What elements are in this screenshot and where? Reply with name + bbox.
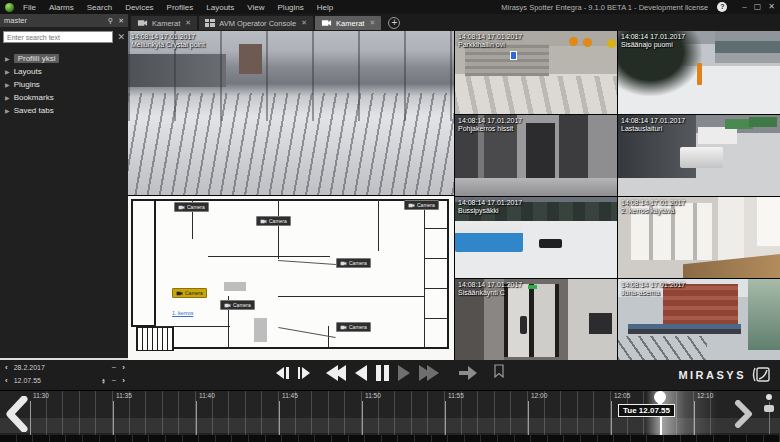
jump-to-live-icon[interactable]: [459, 365, 477, 381]
time-spinner[interactable]: ▲▼: [101, 378, 105, 384]
camera-icon: [321, 19, 332, 27]
camera-timestamp: 14:08:14 17.01.2017: [131, 33, 205, 41]
camera-icon: [340, 261, 347, 266]
timeline-tick-label: 12:00: [531, 392, 547, 399]
date-prev-button[interactable]: ‹: [5, 363, 8, 372]
marker-label: Camera: [233, 302, 251, 308]
tab-label: AVM Operator Console: [219, 19, 296, 28]
pin-icon[interactable]: ⚲: [108, 17, 113, 24]
tab-kamerat-2-active[interactable]: Kamerat ✕: [315, 16, 381, 30]
play-button[interactable]: [398, 365, 410, 381]
fast-forward-button[interactable]: [419, 365, 439, 381]
brand-logo-text: MIRASYS: [678, 369, 746, 381]
tab-close-icon[interactable]: ✕: [301, 19, 307, 27]
timeline-scroll-right-icon[interactable]: [733, 400, 755, 428]
menu-profiles[interactable]: Profiles: [167, 3, 194, 12]
camera-icon: [224, 303, 231, 308]
camera-tile[interactable]: 14:08:14 17.01.2017Sisäänkäynti C: [455, 279, 617, 360]
pause-button[interactable]: [376, 365, 389, 381]
time-minus-button[interactable]: −: [112, 376, 117, 385]
floorplan-camera-marker[interactable]: Camera: [336, 322, 371, 332]
tab-avm-operator-console[interactable]: AVM Operator Console ✕: [199, 16, 313, 30]
time-prev-button[interactable]: ‹: [5, 376, 8, 385]
menu-view[interactable]: View: [247, 3, 264, 12]
maximize-button[interactable]: ▢: [754, 3, 762, 11]
floorplan-tile[interactable]: Camera Camera Camera Camera Camera Camer…: [128, 196, 454, 360]
camera-tile[interactable]: 14:08:14 17.01.2017Pohjakerros hissit: [455, 115, 617, 196]
sidebar-item-saved-tabs[interactable]: ▶ Saved tabs: [0, 104, 128, 117]
menu-plugins[interactable]: Plugins: [278, 3, 304, 12]
chevron-right-icon[interactable]: ▶: [5, 94, 10, 101]
floorplan-camera-marker[interactable]: Camera: [404, 200, 439, 210]
window-title: Mirasys Spotter Entegra - 9.1.0 BETA 1 -…: [501, 3, 708, 12]
timeline[interactable]: 11:30 11:35 11:40 11:45 11:50 11:55 12:0…: [0, 390, 780, 435]
camera-tile[interactable]: 14:08:14 17.01.2017Juna-asema: [618, 279, 780, 360]
chevron-right-icon[interactable]: ▶: [5, 55, 10, 62]
add-tab-button[interactable]: +: [388, 17, 400, 29]
menu-alarms[interactable]: Alarms: [49, 3, 74, 12]
camera-tile[interactable]: 14:08:14 17.01.2017Sisäänajo puomi: [618, 31, 780, 114]
step-forward-button[interactable]: [298, 367, 311, 379]
tab-close-icon[interactable]: ✕: [369, 19, 375, 27]
timeline-scroll-left-icon[interactable]: [3, 396, 31, 432]
slider-plus-icon[interactable]: [766, 394, 772, 400]
floorplan-camera-marker[interactable]: Camera: [220, 300, 255, 310]
camera-timestamp: 14:08:14 17.01.2017: [458, 281, 522, 289]
floorplan-camera-marker[interactable]: Camera: [336, 258, 371, 268]
timeline-tick-label: 11:55: [448, 392, 464, 399]
bookmark-icon[interactable]: [493, 364, 505, 382]
timeline-zoom-slider[interactable]: [763, 392, 777, 438]
app-logo-icon[interactable]: [5, 3, 14, 12]
step-backward-button[interactable]: [276, 367, 289, 379]
tab-kamerat-1[interactable]: Kamerat ✕: [131, 16, 197, 30]
search-input[interactable]: [3, 31, 113, 43]
sidebar-search-row: ✕: [0, 27, 128, 46]
camera-timestamp: 14:08:14 17.01.2017: [458, 199, 522, 207]
minimize-button[interactable]: –: [742, 3, 746, 11]
floorplan-camera-marker[interactable]: Camera: [174, 202, 209, 212]
sidebar-item-bookmarks[interactable]: ▶ Bookmarks: [0, 91, 128, 104]
chevron-right-icon[interactable]: ▶: [5, 68, 10, 75]
camera-tile[interactable]: 14:08:14 17.01.2017Lastauslaituri: [618, 115, 780, 196]
time-next-button[interactable]: ›: [122, 376, 125, 385]
playhead-time-label: Tue 12.07.55: [618, 404, 675, 417]
date-value[interactable]: 28.2.2017: [14, 364, 112, 371]
camera-tile[interactable]: 14:08:14 17.01.2017Parkkihallin ovi: [455, 31, 617, 114]
tab-close-icon[interactable]: ✕: [185, 19, 191, 27]
sidebar-item-label: Layouts: [14, 67, 42, 76]
clear-search-icon[interactable]: ✕: [117, 33, 125, 42]
camera-name: 2. kerros käytävä: [621, 207, 685, 215]
chevron-right-icon[interactable]: ▶: [5, 107, 10, 114]
help-icon[interactable]: ?: [717, 2, 727, 12]
play-backward-button[interactable]: [355, 365, 367, 381]
chevron-right-icon[interactable]: ▶: [5, 81, 10, 88]
timeline-tick-label: 12:05: [614, 392, 630, 399]
menu-file[interactable]: File: [23, 3, 36, 12]
menu-search[interactable]: Search: [87, 3, 112, 12]
menu-devices[interactable]: Devices: [125, 3, 153, 12]
close-button[interactable]: ✕: [768, 3, 775, 11]
floorplan-camera-marker-selected[interactable]: Camera: [172, 288, 207, 298]
floorplan-camera-marker[interactable]: Camera: [256, 216, 291, 226]
sidebar-item-plugins[interactable]: ▶ Plugins: [0, 78, 128, 91]
floorplan-link[interactable]: 1. kerros: [172, 310, 193, 316]
sidebar-item-profile[interactable]: ▶ Profiili yksi: [0, 52, 128, 65]
tab-bar: Kamerat ✕ AVM Operator Console ✕ Kamerat…: [128, 14, 780, 31]
sidebar-item-label: Plugins: [14, 80, 40, 89]
menu-help[interactable]: Help: [317, 3, 333, 12]
rewind-button[interactable]: [326, 365, 346, 381]
menu-layouts[interactable]: Layouts: [206, 3, 234, 12]
marker-label: Camera: [349, 324, 367, 330]
camera-tile-main[interactable]: 14:08:14 17.01.2017 Mellunkylä Crystal p…: [128, 31, 454, 195]
date-minus-button[interactable]: −: [112, 363, 117, 372]
sidebar-item-layouts[interactable]: ▶ Layouts: [0, 65, 128, 78]
close-panel-icon[interactable]: ✕: [118, 17, 124, 24]
camera-tile[interactable]: 14:08:14 17.01.20172. kerros käytävä: [618, 197, 780, 278]
camera-tile[interactable]: 14:08:14 17.01.2017Bussipysäkki: [455, 197, 617, 278]
camera-name: Mellunkylä Crystal point: [131, 41, 205, 49]
sidebar-title: master: [4, 16, 103, 25]
slider-handle[interactable]: [764, 405, 774, 412]
playhead-pin[interactable]: [654, 391, 666, 403]
time-value[interactable]: 12.07.55: [14, 377, 102, 384]
date-next-button[interactable]: ›: [122, 363, 125, 372]
